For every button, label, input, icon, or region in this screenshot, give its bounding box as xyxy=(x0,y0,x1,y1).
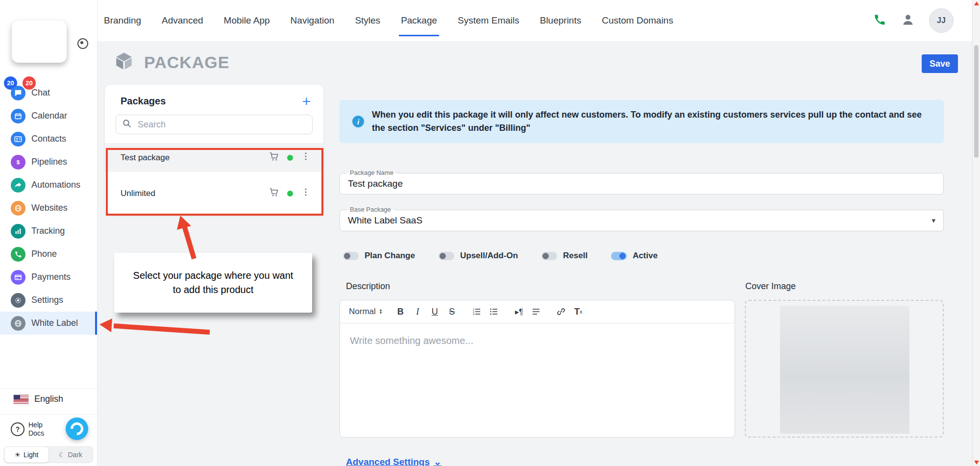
vertical-scrollbar[interactable] xyxy=(972,0,980,466)
svg-text:3: 3 xyxy=(473,313,474,316)
tab-branding[interactable]: Branding xyxy=(104,0,141,41)
gear-icon xyxy=(11,293,25,308)
scroll-down-arrow-icon[interactable] xyxy=(974,461,979,465)
link-icon[interactable] xyxy=(555,304,567,319)
strikethrough-button[interactable]: S xyxy=(445,304,458,319)
packages-title: Packages xyxy=(121,96,166,107)
chevron-down-icon: ▾ xyxy=(931,216,935,225)
sidebar-item-payments[interactable]: Payments xyxy=(0,266,97,289)
sidebar-item-phone[interactable]: Phone xyxy=(0,243,97,266)
sidebar-item-pipelines[interactable]: $ Pipelines xyxy=(0,150,97,173)
moon-icon: ☾ xyxy=(59,451,65,459)
kebab-menu-icon[interactable] xyxy=(301,151,311,164)
agency-logo[interactable] xyxy=(12,21,67,63)
info-alert: i When you edit this package it will onl… xyxy=(340,100,944,143)
chat-widget-icon xyxy=(68,420,86,438)
chevron-down-icon: ⌄ xyxy=(434,456,441,466)
sidebar: 20 20 Chat Calendar Contacts $ xyxy=(0,0,98,466)
toggle-off-icon xyxy=(439,252,454,260)
us-flag-icon xyxy=(14,395,28,404)
search-icon xyxy=(122,119,132,130)
sidebar-item-websites[interactable]: Websites xyxy=(0,196,97,220)
websites-icon xyxy=(11,201,25,216)
sidebar-item-chat[interactable]: Chat xyxy=(0,81,97,104)
plan-change-toggle[interactable]: Plan Change xyxy=(343,251,415,261)
italic-button[interactable]: I xyxy=(411,304,424,319)
tab-styles[interactable]: Styles xyxy=(355,0,380,41)
sidebar-item-calendar[interactable]: Calendar xyxy=(0,104,97,127)
tab-advanced[interactable]: Advanced xyxy=(162,0,203,41)
theme-dark-button[interactable]: ☾ Dark xyxy=(49,447,93,463)
sidebar-item-contacts[interactable]: Contacts xyxy=(0,127,97,150)
record-indicator-icon xyxy=(77,38,88,49)
tab-blueprints[interactable]: Blueprints xyxy=(540,0,582,41)
chat-widget-button[interactable] xyxy=(66,417,88,440)
package-search xyxy=(116,115,313,134)
cover-image-placeholder xyxy=(780,306,909,434)
base-package-label: Base Package xyxy=(347,206,394,213)
editor-toolbar: Normal ▴▾ B I U S 123 ▸¶ Tx xyxy=(340,300,735,323)
theme-light-button[interactable]: ☀ Light xyxy=(4,447,49,463)
cart-icon[interactable] xyxy=(269,151,279,164)
save-button[interactable]: Save xyxy=(922,54,958,73)
upsell-addon-toggle[interactable]: Upsell/Add-On xyxy=(439,251,518,261)
package-name-input[interactable] xyxy=(340,173,943,194)
base-package-value: White Label SaaS xyxy=(340,210,943,231)
resell-toggle[interactable]: Resell xyxy=(541,251,588,261)
package-name-label: Package Name xyxy=(347,169,396,176)
page-header: PACKAGE xyxy=(114,51,230,74)
toggle-on-icon xyxy=(611,252,627,260)
users-icon[interactable] xyxy=(901,12,915,29)
nav-right-actions: JJ xyxy=(872,8,972,33)
format-caret-icon: ▴▾ xyxy=(380,309,382,315)
kebab-menu-icon[interactable] xyxy=(301,187,311,199)
align-icon[interactable] xyxy=(530,304,542,319)
scrollbar-thumb[interactable] xyxy=(974,45,979,158)
cart-icon[interactable] xyxy=(269,187,279,200)
help-label-line1: Help xyxy=(28,421,43,429)
payments-icon xyxy=(11,270,25,285)
sidebar-item-automations[interactable]: Automations xyxy=(0,173,97,196)
text-direction-icon[interactable]: ▸¶ xyxy=(513,304,525,319)
help-label-line2: Docs xyxy=(28,429,44,437)
editor-placeholder: Write something awesome... xyxy=(350,335,473,346)
active-toggle[interactable]: Active xyxy=(611,251,658,261)
language-selector[interactable]: English xyxy=(0,388,97,410)
tab-custom-domains[interactable]: Custom Domains xyxy=(602,0,673,41)
clear-formatting-button[interactable]: Tx xyxy=(572,304,585,319)
tab-package[interactable]: Package xyxy=(401,0,437,41)
tab-mobile-app[interactable]: Mobile App xyxy=(224,0,270,41)
avatar[interactable]: JJ xyxy=(929,8,954,33)
phone-call-icon[interactable] xyxy=(872,12,887,29)
tab-system-emails[interactable]: System Emails xyxy=(458,0,519,41)
format-select[interactable]: Normal ▴▾ xyxy=(349,307,382,317)
sidebar-item-settings[interactable]: Settings xyxy=(0,289,97,312)
active-status-dot xyxy=(287,155,293,161)
sidebar-item-white-label[interactable]: White Label xyxy=(0,312,97,335)
packages-panel: Packages + Test package xyxy=(105,85,323,216)
package-row-test-package[interactable]: Test package xyxy=(105,143,323,172)
cover-image-dropzone[interactable] xyxy=(745,300,944,438)
bold-button[interactable]: B xyxy=(394,304,407,319)
underline-button[interactable]: U xyxy=(428,304,441,319)
tab-navigation[interactable]: Navigation xyxy=(291,0,335,41)
calendar-icon xyxy=(11,109,25,123)
sidebar-menu: Chat Calendar Contacts $ Pipelines xyxy=(0,81,97,335)
package-row-unlimited[interactable]: Unlimited xyxy=(105,179,323,208)
scroll-up-arrow-icon[interactable] xyxy=(974,1,979,5)
info-icon: i xyxy=(352,116,364,127)
base-package-field[interactable]: Base Package White Label SaaS ▾ xyxy=(340,210,944,231)
page-title: PACKAGE xyxy=(144,53,230,72)
top-navigation: Branding Advanced Mobile App Navigation … xyxy=(97,0,972,41)
sidebar-item-tracking[interactable]: Tracking xyxy=(0,220,97,243)
cover-image-label: Cover Image xyxy=(745,281,796,292)
editor-body[interactable]: Write something awesome... xyxy=(340,323,735,358)
bullet-list-icon[interactable] xyxy=(488,304,500,319)
pipelines-icon: $ xyxy=(11,155,25,170)
search-input[interactable] xyxy=(137,119,306,130)
settings-tabs: Branding Advanced Mobile App Navigation … xyxy=(104,0,673,41)
phone-icon xyxy=(11,247,25,262)
add-package-button[interactable]: + xyxy=(302,97,311,106)
ordered-list-icon[interactable]: 123 xyxy=(470,304,483,319)
advanced-settings-link[interactable]: Advanced Settings ⌄ xyxy=(346,456,441,466)
